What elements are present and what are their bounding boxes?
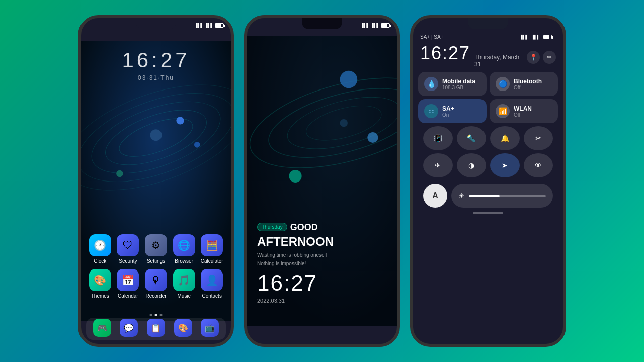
quote1: Wasting time is robbing oneself xyxy=(257,252,387,258)
bluetooth-sub: Off xyxy=(514,85,542,90)
location-btn[interactable]: ➤ xyxy=(490,153,520,177)
quick-buttons-2: ✈ ◑ ➤ 👁 xyxy=(418,153,558,177)
wlan-label: WLAN xyxy=(514,105,532,112)
afternoon-text: AFTERNOON xyxy=(257,235,387,249)
bluetooth-icon: 🔵 xyxy=(496,77,510,91)
lockscreen-content: Thursday GOOD AFTERNOON Wasting time is … xyxy=(257,222,387,304)
themes-label: Themes xyxy=(91,293,109,299)
app-security[interactable]: 🛡 Security xyxy=(114,234,142,264)
dock-chat[interactable]: 💬 xyxy=(120,319,138,337)
contacts-icon: 👤 xyxy=(201,269,223,291)
battery-icon-1 xyxy=(215,23,224,28)
app-clock[interactable]: 🕐 Clock xyxy=(86,234,114,264)
phone3-screen: SA+ | SA+ ▐▌▌ ▐▌▌ 16:27 Thursday, March … xyxy=(413,18,563,218)
carrier-text: SA+ | SA+ xyxy=(420,34,444,40)
mobile-data-label: Mobile data xyxy=(442,78,475,85)
browser-label: Browser xyxy=(175,258,193,264)
clock-widget: 16:27 03·31·Thu xyxy=(81,48,231,81)
security-label: Security xyxy=(119,258,137,264)
brightness-icon: ☀ xyxy=(458,192,465,200)
phone1-home: ● ▐▌▌ ▐▌▌ xyxy=(78,15,234,347)
dock-game[interactable]: 🎮 xyxy=(93,319,111,337)
settings-label: Settings xyxy=(147,258,165,264)
greeting-tag: Thursday xyxy=(257,223,287,231)
clock-icon: 🕐 xyxy=(89,234,111,256)
music-icon: 🎵 xyxy=(173,269,195,291)
app-themes[interactable]: 🎨 Themes xyxy=(86,269,114,299)
calculator-icon: 🧮 xyxy=(201,234,223,256)
location-pin-btn[interactable]: 📍 xyxy=(527,51,540,64)
wlan-icon: 📶 xyxy=(496,104,510,118)
edit-btn[interactable]: ✏ xyxy=(543,51,556,64)
brightness-fill xyxy=(469,195,500,197)
brightness-control[interactable]: ☀ xyxy=(451,184,553,208)
status-icons-2: ▐▌▌ ▐▌▌ xyxy=(361,23,390,28)
security-icon: 🛡 xyxy=(117,234,139,256)
app-browser[interactable]: 🌐 Browser xyxy=(170,234,198,264)
calculator-label: Calculator xyxy=(201,258,223,264)
cc-header: SA+ | SA+ ▐▌▌ ▐▌▌ xyxy=(413,30,563,42)
cc-tiles: 💧 Mobile data 108.3 GB 🔵 Bluetooth Off xyxy=(413,72,563,208)
invert-btn[interactable]: ◑ xyxy=(457,153,487,177)
app-row-2: 🎨 Themes 📅 Calendar 🎙 Recorder 🎵 Music 👤 xyxy=(86,269,226,299)
tile-row-2: ↕↕ SA+ On 📶 WLAN Off xyxy=(418,99,558,123)
cc-date: Thursday, March 31 xyxy=(474,54,523,68)
font-btn[interactable]: A xyxy=(423,184,447,208)
dock-notes[interactable]: 📋 xyxy=(147,319,165,337)
svg-point-17 xyxy=(289,170,302,183)
svg-point-7 xyxy=(194,142,200,148)
app-music[interactable]: 🎵 Music xyxy=(170,269,198,299)
flashlight-btn[interactable]: 🔦 xyxy=(457,126,487,150)
sa-plus-tile[interactable]: ↕↕ SA+ On xyxy=(418,99,487,123)
notch1 xyxy=(136,18,176,29)
battery-icon-2 xyxy=(381,23,390,28)
lock-time: 16:27 xyxy=(257,270,387,296)
music-label: Music xyxy=(178,293,191,299)
app-calendar[interactable]: 📅 Calendar xyxy=(114,269,142,299)
bluetooth-label: Bluetooth xyxy=(514,78,542,85)
wlan-sub: Off xyxy=(514,112,532,118)
mobile-data-tile[interactable]: 💧 Mobile data 108.3 GB xyxy=(418,72,487,96)
notification-btn[interactable]: 🔔 xyxy=(490,126,520,150)
vibrate-btn[interactable]: 📳 xyxy=(423,126,453,150)
clock-date: 03·31·Thu xyxy=(81,74,231,81)
dock-art[interactable]: 🎨 xyxy=(174,319,192,337)
home-indicator xyxy=(413,208,563,218)
home-bar xyxy=(473,212,503,214)
mobile-data-value: 108.3 GB xyxy=(442,85,475,90)
dock: 🎮 💬 📋 🎨 📺 xyxy=(86,318,226,340)
cc-header-icons: ▐▌▌ ▐▌▌ xyxy=(520,35,556,39)
dot-3 xyxy=(160,314,163,316)
tile-row-1: 💧 Mobile data 108.3 GB 🔵 Bluetooth Off xyxy=(418,72,558,96)
svg-point-18 xyxy=(340,119,348,127)
quote2: Nothing is impossible! xyxy=(257,261,387,266)
lock-date: 2022.03.31 xyxy=(257,298,387,304)
dock-tv[interactable]: 📺 xyxy=(201,319,219,337)
app-settings[interactable]: ⚙ Settings xyxy=(142,234,170,264)
app-contacts[interactable]: 👤 Contacts xyxy=(198,269,226,299)
settings-icon: ⚙ xyxy=(145,234,167,256)
app-calculator[interactable]: 🧮 Calculator xyxy=(198,234,226,264)
svg-point-9 xyxy=(150,129,162,141)
svg-point-8 xyxy=(116,170,123,177)
wlan-tile[interactable]: 📶 WLAN Off xyxy=(490,99,558,123)
svg-point-16 xyxy=(367,132,378,143)
svg-point-15 xyxy=(340,71,358,88)
bluetooth-tile[interactable]: 🔵 Bluetooth Off xyxy=(490,72,558,96)
airplane-btn[interactable]: ✈ xyxy=(423,153,453,177)
app-recorder[interactable]: 🎙 Recorder xyxy=(142,269,170,299)
sa-plus-sub: On xyxy=(442,112,454,118)
bottom-controls: A ☀ xyxy=(418,184,558,208)
themes-icon: 🎨 xyxy=(89,269,111,291)
clock-label: Clock xyxy=(94,258,106,264)
battery-icon-3 xyxy=(543,35,552,39)
page-dots xyxy=(150,314,163,316)
mobile-data-icon: 💧 xyxy=(424,77,438,91)
contacts-label: Contacts xyxy=(202,293,221,299)
brightness-track xyxy=(469,195,546,197)
dot-1 xyxy=(150,314,152,316)
greeting-row: Thursday GOOD xyxy=(257,222,387,233)
screenshot-btn[interactable]: ✂ xyxy=(524,126,553,150)
recorder-label: Recorder xyxy=(145,293,166,299)
eye-btn[interactable]: 👁 xyxy=(524,153,553,177)
